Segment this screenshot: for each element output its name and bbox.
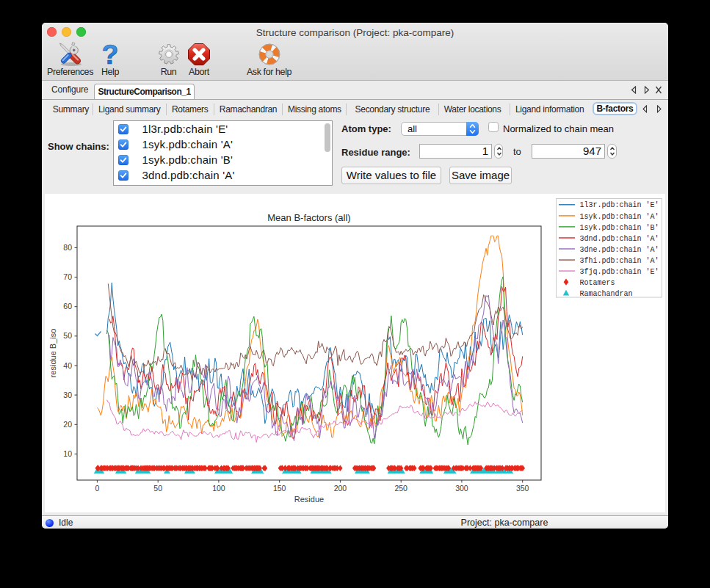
svg-text:20: 20 [63,420,72,429]
svg-text:residue B_iso: residue B_iso [48,329,57,378]
svg-text:300: 300 [455,484,468,493]
svg-text:Ramachandran: Ramachandran [580,290,633,298]
svg-text:0: 0 [95,484,99,493]
svg-text:1syk.pdb:chain 'A': 1syk.pdb:chain 'A' [580,213,659,221]
svg-text:3dnd.pdb:chain 'A': 3dnd.pdb:chain 'A' [580,235,659,243]
svg-text:60: 60 [63,302,72,311]
svg-text:80: 80 [63,243,72,252]
svg-text:150: 150 [273,484,286,493]
svg-text:3dne.pdb:chain 'A': 3dne.pdb:chain 'A' [580,246,659,254]
svg-text:1l3r.pdb:chain 'E': 1l3r.pdb:chain 'E' [580,201,659,209]
svg-text:3fhi.pdb:chain 'A': 3fhi.pdb:chain 'A' [580,257,659,265]
svg-text:50: 50 [153,484,162,493]
svg-text:Rotamers: Rotamers [580,279,615,287]
svg-text:100: 100 [212,484,225,493]
svg-text:Residue: Residue [294,495,324,504]
svg-text:10: 10 [63,449,72,458]
svg-text:Mean B-factors (all): Mean B-factors (all) [267,212,350,223]
svg-text:40: 40 [63,361,72,370]
svg-text:30: 30 [63,391,72,399]
svg-text:?: ? [102,42,119,67]
svg-text:70: 70 [63,272,72,281]
svg-text:350: 350 [516,484,529,493]
svg-text:3fjq.pdb:chain 'E': 3fjq.pdb:chain 'E' [580,268,659,276]
svg-text:250: 250 [394,484,407,493]
svg-text:1syk.pdb:chain 'B': 1syk.pdb:chain 'B' [580,224,659,232]
svg-text:50: 50 [63,331,72,340]
svg-text:200: 200 [334,484,347,493]
